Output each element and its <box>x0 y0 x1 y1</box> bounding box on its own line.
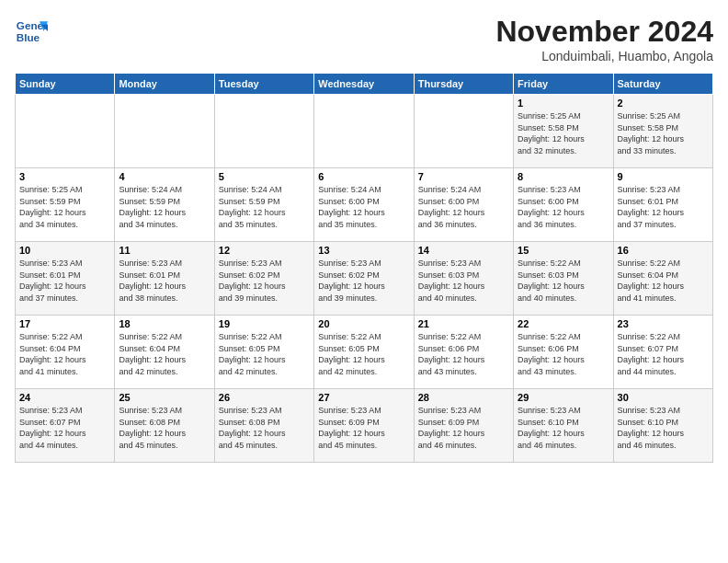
calendar-cell: 7Sunrise: 5:24 AM Sunset: 6:00 PM Daylig… <box>414 168 513 242</box>
calendar-body: 1Sunrise: 5:25 AM Sunset: 5:58 PM Daylig… <box>16 95 713 463</box>
day-number: 6 <box>318 171 409 182</box>
calendar-cell: 5Sunrise: 5:24 AM Sunset: 5:59 PM Daylig… <box>214 168 313 242</box>
day-info: Sunrise: 5:22 AM Sunset: 6:07 PM Dayligh… <box>618 331 709 377</box>
day-number: 10 <box>19 245 110 256</box>
calendar-cell: 11Sunrise: 5:23 AM Sunset: 6:01 PM Dayli… <box>115 242 214 316</box>
day-number: 15 <box>518 245 609 256</box>
day-info: Sunrise: 5:25 AM Sunset: 5:58 PM Dayligh… <box>518 110 609 156</box>
calendar-cell: 2Sunrise: 5:25 AM Sunset: 5:58 PM Daylig… <box>613 95 712 168</box>
calendar-week-4: 17Sunrise: 5:22 AM Sunset: 6:04 PM Dayli… <box>16 316 713 389</box>
day-info: Sunrise: 5:24 AM Sunset: 6:00 PM Dayligh… <box>318 184 409 230</box>
calendar-cell: 29Sunrise: 5:23 AM Sunset: 6:10 PM Dayli… <box>514 389 613 463</box>
calendar-cell: 26Sunrise: 5:23 AM Sunset: 6:08 PM Dayli… <box>214 389 313 463</box>
header: General Blue November 2024 Londuimbali, … <box>15 15 713 63</box>
calendar-cell: 30Sunrise: 5:23 AM Sunset: 6:10 PM Dayli… <box>613 389 712 463</box>
calendar-cell: 1Sunrise: 5:25 AM Sunset: 5:58 PM Daylig… <box>514 95 613 168</box>
day-number: 22 <box>518 318 609 329</box>
calendar-cell: 12Sunrise: 5:23 AM Sunset: 6:02 PM Dayli… <box>214 242 313 316</box>
day-number: 29 <box>518 392 609 403</box>
calendar-cell: 15Sunrise: 5:22 AM Sunset: 6:03 PM Dayli… <box>514 242 613 316</box>
day-info: Sunrise: 5:23 AM Sunset: 6:01 PM Dayligh… <box>19 258 110 304</box>
day-info: Sunrise: 5:23 AM Sunset: 6:10 PM Dayligh… <box>518 405 609 451</box>
day-number: 27 <box>318 392 409 403</box>
calendar-cell: 23Sunrise: 5:22 AM Sunset: 6:07 PM Dayli… <box>613 316 712 389</box>
calendar-week-2: 3Sunrise: 5:25 AM Sunset: 5:59 PM Daylig… <box>16 168 713 242</box>
calendar-cell: 9Sunrise: 5:23 AM Sunset: 6:01 PM Daylig… <box>613 168 712 242</box>
day-number: 7 <box>418 171 509 182</box>
calendar-table: SundayMondayTuesdayWednesdayThursdayFrid… <box>15 73 713 463</box>
calendar-cell <box>314 95 414 168</box>
calendar-cell: 24Sunrise: 5:23 AM Sunset: 6:07 PM Dayli… <box>16 389 115 463</box>
calendar-cell: 20Sunrise: 5:22 AM Sunset: 6:05 PM Dayli… <box>314 316 414 389</box>
day-number: 18 <box>119 318 210 329</box>
day-number: 17 <box>19 318 110 329</box>
weekday-header-monday: Monday <box>115 74 214 95</box>
day-info: Sunrise: 5:23 AM Sunset: 6:01 PM Dayligh… <box>618 184 709 230</box>
calendar-cell: 27Sunrise: 5:23 AM Sunset: 6:09 PM Dayli… <box>314 389 414 463</box>
day-info: Sunrise: 5:24 AM Sunset: 5:59 PM Dayligh… <box>219 184 310 230</box>
day-number: 13 <box>318 245 409 256</box>
day-info: Sunrise: 5:23 AM Sunset: 6:10 PM Dayligh… <box>618 405 709 451</box>
calendar-week-3: 10Sunrise: 5:23 AM Sunset: 6:01 PM Dayli… <box>16 242 713 316</box>
calendar-week-1: 1Sunrise: 5:25 AM Sunset: 5:58 PM Daylig… <box>16 95 713 168</box>
day-number: 8 <box>518 171 609 182</box>
day-info: Sunrise: 5:25 AM Sunset: 5:58 PM Dayligh… <box>618 110 709 156</box>
day-number: 9 <box>618 171 709 182</box>
day-info: Sunrise: 5:25 AM Sunset: 5:59 PM Dayligh… <box>19 184 110 230</box>
weekday-header-thursday: Thursday <box>414 74 513 95</box>
day-info: Sunrise: 5:23 AM Sunset: 6:08 PM Dayligh… <box>119 405 210 451</box>
day-number: 28 <box>418 392 509 403</box>
day-info: Sunrise: 5:23 AM Sunset: 6:09 PM Dayligh… <box>318 405 409 451</box>
day-info: Sunrise: 5:22 AM Sunset: 6:03 PM Dayligh… <box>518 258 609 304</box>
weekday-header-tuesday: Tuesday <box>214 74 313 95</box>
day-info: Sunrise: 5:24 AM Sunset: 6:00 PM Dayligh… <box>418 184 509 230</box>
weekday-header-saturday: Saturday <box>613 74 712 95</box>
day-number: 5 <box>219 171 310 182</box>
svg-text:Blue: Blue <box>17 31 40 43</box>
day-info: Sunrise: 5:22 AM Sunset: 6:05 PM Dayligh… <box>219 331 310 377</box>
day-number: 24 <box>19 392 110 403</box>
day-number: 25 <box>119 392 210 403</box>
day-info: Sunrise: 5:23 AM Sunset: 6:01 PM Dayligh… <box>119 258 210 304</box>
calendar-cell: 10Sunrise: 5:23 AM Sunset: 6:01 PM Dayli… <box>16 242 115 316</box>
calendar-cell: 25Sunrise: 5:23 AM Sunset: 6:08 PM Dayli… <box>115 389 214 463</box>
calendar-cell: 8Sunrise: 5:23 AM Sunset: 6:00 PM Daylig… <box>514 168 613 242</box>
title-area: November 2024 Londuimbali, Huambo, Angol… <box>495 15 713 63</box>
day-number: 16 <box>618 245 709 256</box>
day-info: Sunrise: 5:22 AM Sunset: 6:04 PM Dayligh… <box>618 258 709 304</box>
day-info: Sunrise: 5:23 AM Sunset: 6:07 PM Dayligh… <box>19 405 110 451</box>
weekday-header-sunday: Sunday <box>16 74 115 95</box>
day-number: 12 <box>219 245 310 256</box>
day-number: 30 <box>618 392 709 403</box>
day-number: 3 <box>19 171 110 182</box>
calendar-cell: 17Sunrise: 5:22 AM Sunset: 6:04 PM Dayli… <box>16 316 115 389</box>
calendar-cell <box>414 95 513 168</box>
day-info: Sunrise: 5:22 AM Sunset: 6:06 PM Dayligh… <box>418 331 509 377</box>
day-info: Sunrise: 5:22 AM Sunset: 6:04 PM Dayligh… <box>119 331 210 377</box>
calendar-cell: 14Sunrise: 5:23 AM Sunset: 6:03 PM Dayli… <box>414 242 513 316</box>
day-info: Sunrise: 5:22 AM Sunset: 6:05 PM Dayligh… <box>318 331 409 377</box>
day-number: 20 <box>318 318 409 329</box>
calendar-cell <box>16 95 115 168</box>
day-number: 2 <box>618 98 709 109</box>
day-info: Sunrise: 5:22 AM Sunset: 6:06 PM Dayligh… <box>518 331 609 377</box>
calendar-cell: 6Sunrise: 5:24 AM Sunset: 6:00 PM Daylig… <box>314 168 414 242</box>
calendar-cell: 21Sunrise: 5:22 AM Sunset: 6:06 PM Dayli… <box>414 316 513 389</box>
calendar-cell: 4Sunrise: 5:24 AM Sunset: 5:59 PM Daylig… <box>115 168 214 242</box>
calendar-cell: 28Sunrise: 5:23 AM Sunset: 6:09 PM Dayli… <box>414 389 513 463</box>
day-info: Sunrise: 5:22 AM Sunset: 6:04 PM Dayligh… <box>19 331 110 377</box>
day-number: 4 <box>119 171 210 182</box>
day-number: 19 <box>219 318 310 329</box>
day-info: Sunrise: 5:23 AM Sunset: 6:03 PM Dayligh… <box>418 258 509 304</box>
day-info: Sunrise: 5:23 AM Sunset: 6:02 PM Dayligh… <box>318 258 409 304</box>
calendar-cell: 18Sunrise: 5:22 AM Sunset: 6:04 PM Dayli… <box>115 316 214 389</box>
day-info: Sunrise: 5:23 AM Sunset: 6:02 PM Dayligh… <box>219 258 310 304</box>
calendar-cell <box>115 95 214 168</box>
day-number: 21 <box>418 318 509 329</box>
day-info: Sunrise: 5:24 AM Sunset: 5:59 PM Dayligh… <box>119 184 210 230</box>
calendar-week-5: 24Sunrise: 5:23 AM Sunset: 6:07 PM Dayli… <box>16 389 713 463</box>
day-number: 1 <box>518 98 609 109</box>
calendar-cell: 19Sunrise: 5:22 AM Sunset: 6:05 PM Dayli… <box>214 316 313 389</box>
month-year-title: November 2024 <box>495 15 713 49</box>
calendar-cell: 13Sunrise: 5:23 AM Sunset: 6:02 PM Dayli… <box>314 242 414 316</box>
